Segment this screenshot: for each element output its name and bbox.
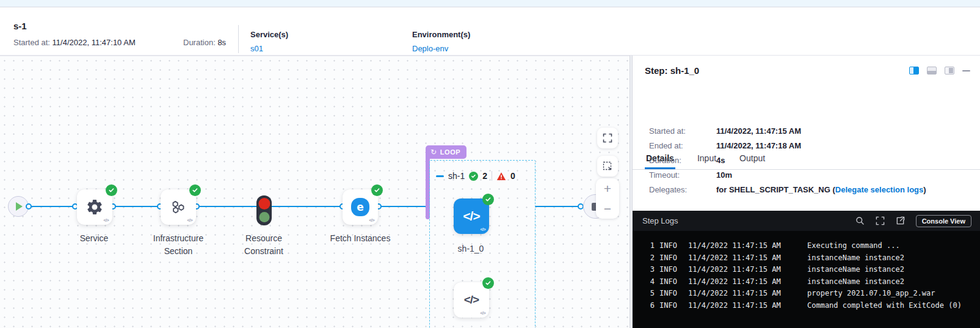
log-level: INFO [659,252,680,264]
log-message: instanceName instance2 [807,264,904,276]
failure-count: 0 [510,171,515,181]
node-label-service: Service [48,232,140,245]
log-level: INFO [659,264,680,276]
success-count-icon [469,172,478,181]
log-timestamp: 11/4/2022 11:47:15 AM [688,240,783,252]
template-code-icon: </> [187,218,192,222]
success-badge-icon [482,194,494,205]
search-icon[interactable] [855,216,865,225]
step-title: Step: sh-1_0 [645,65,699,76]
port [26,203,32,210]
step-logs-title: Step Logs [642,216,678,225]
success-badge-icon [189,184,201,196]
log-message: property 2021.07.10_app_2.war [807,288,935,300]
success-badge-icon [482,277,494,289]
fetch-instances-icon: e [351,198,369,216]
node-label-resource-constraint: Resource Constraint [230,232,297,258]
detail-label: Timeout: [649,171,716,179]
environments-label: Environment(s) [412,30,470,39]
marquee-select-button[interactable] [597,156,618,177]
group-name: sh-1 [448,171,465,181]
pipeline-name: s-1 [13,21,27,31]
console-view-button[interactable]: Console View [916,215,971,227]
pipeline-execution-view: s-1 Started at: 11/4/2022, 11:47:10 AM D… [0,0,980,328]
node-label-fetch-instances: Fetch Instances [314,232,406,245]
detail-value: 4s [716,156,725,164]
edge-service-infra [112,206,161,207]
open-external-icon[interactable] [896,216,905,225]
node-infrastructure[interactable]: </> [161,189,196,225]
service-link[interactable]: s01 [250,44,288,53]
log-level: INFO [659,300,680,312]
log-line-number: 6 [648,300,655,312]
zoom-out-button[interactable]: − [604,203,611,214]
log-line-number: 5 [648,288,655,300]
template-code-icon: </> [480,227,485,231]
detail-value: 11/4/2022, 11:47:18 AM [716,142,801,150]
bottom-dock-icon[interactable] [927,67,937,75]
log-line-number: 2 [648,252,655,264]
minimize-icon[interactable] [962,70,970,71]
step-logs-header: Step Logs Console View [633,211,980,231]
detail-value: 11/4/2022, 11:47:15 AM [716,127,801,135]
pipeline-canvas[interactable]: </> Service </> Infrastructure Section R… [0,56,630,328]
log-line: 3INFO11/4/2022 11:47:15 AMinstanceName i… [648,264,980,276]
zoom-in-button[interactable]: + [604,183,611,194]
node-fetch-instances[interactable]: e </> [343,189,378,225]
started-at-value: 11/4/2022, 11:47:10 AM [53,38,136,47]
execution-header: s-1 Started at: 11/4/2022, 11:47:10 AM D… [0,8,980,56]
log-line: 5INFO11/4/2022 11:47:15 AMproperty 2021.… [648,288,980,300]
loop-icon: ↻ [430,148,437,156]
delegate-selection-logs-link[interactable]: Delegate selection logs [835,185,924,194]
log-actions: Console View [855,215,971,227]
log-message: instanceName instance2 [807,252,904,264]
detail-value: for SHELL_SCRIPT_TASK_NG (Delegate selec… [716,186,926,194]
log-timestamp: 11/4/2022 11:47:15 AM [688,276,783,288]
log-lines[interactable]: 1INFO11/4/2022 11:47:15 AMExecuting comm… [633,231,980,312]
group-header[interactable]: sh-1 2 0 [436,170,515,181]
log-line: 2INFO11/4/2022 11:47:15 AMinstanceName i… [648,252,980,264]
log-line: 1INFO11/4/2022 11:47:15 AMExecuting comm… [648,240,980,252]
count-divider [492,171,492,181]
node-resource-constraint[interactable] [256,195,272,225]
right-dock-icon[interactable] [945,67,954,75]
node-sh-1-0[interactable]: </> </> [454,199,489,234]
environment-link[interactable]: Deplo-env [412,44,470,53]
failure-count-icon [496,172,506,181]
log-timestamp: 11/4/2022 11:47:15 AM [688,252,783,264]
log-level: INFO [659,240,680,252]
edge-group-end [535,206,582,207]
delegates-prefix: for SHELL_SCRIPT_TASK_NG ( [716,185,835,194]
node-sh-1-1[interactable]: </> </> [454,282,489,318]
duration-value: 8s [217,38,226,47]
template-code-icon: </> [103,218,109,222]
duration-line: Duration: 8s [183,38,226,47]
top-accent-strip [0,0,980,7]
success-count: 2 [482,171,487,181]
success-badge-icon [371,184,383,196]
split-view-icon[interactable] [909,67,919,75]
panel-layout-controls [909,67,970,75]
started-at-line: Started at: 11/4/2022, 11:47:10 AM [13,38,136,47]
log-level: INFO [659,288,680,300]
detail-row-duration: Duration: 4s [649,156,926,164]
collapse-icon[interactable] [436,175,444,177]
loop-badge[interactable]: ↻ LOOP [426,145,466,159]
detail-row-timeout: Timeout: 10m [649,171,926,179]
template-code-icon: </> [480,311,485,315]
log-message: instanceName instance2 [807,276,904,288]
fullscreen-icon[interactable] [876,216,885,225]
detail-label: Duration: [649,156,716,164]
log-line-number: 3 [648,264,655,276]
services-block: Service(s) s01 [250,30,288,53]
node-service[interactable]: </> [77,189,112,225]
success-badge-icon [106,184,117,196]
detail-value: 10m [716,171,732,179]
step-details-list: Started at: 11/4/2022, 11:47:15 AM Ended… [649,127,926,200]
services-label: Service(s) [250,30,288,39]
detail-label: Delegates: [649,186,716,194]
shell-script-icon: </> [464,293,479,307]
log-line-number: 4 [648,276,655,288]
traffic-green-lamp [259,212,269,222]
fit-to-screen-button[interactable] [597,128,618,148]
